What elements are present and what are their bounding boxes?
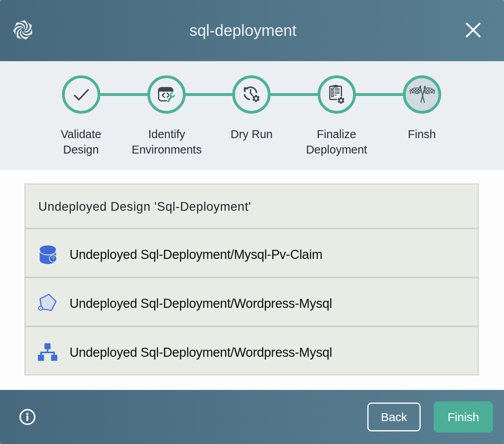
svg-text:?: ? [52,256,55,262]
